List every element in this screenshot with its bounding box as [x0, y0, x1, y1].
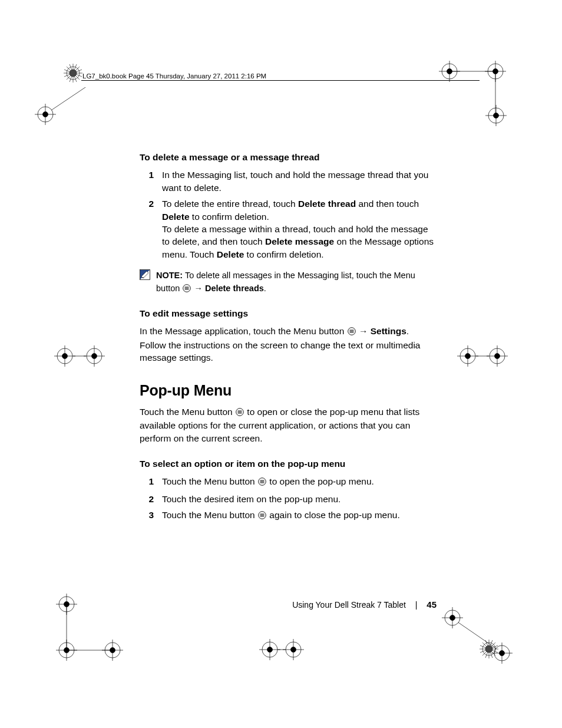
list-item: 2 Touch the desired item on the pop-up m…: [140, 493, 437, 505]
svg-line-3: [67, 67, 80, 80]
svg-point-76: [450, 615, 455, 621]
step-number: 1: [140, 475, 162, 489]
svg-point-49: [57, 348, 72, 364]
heading-select-option: To select an option or item on the pop-u…: [140, 457, 437, 470]
list-item: 1 Touch the Menu button to open the pop-…: [140, 475, 437, 489]
list-item: 1 In the Messaging list, touch and hold …: [140, 169, 437, 194]
svg-point-29: [493, 69, 498, 74]
step-body: Touch the Menu button to open the pop-up…: [162, 475, 437, 489]
menu-button-icon: [183, 283, 191, 296]
svg-point-48: [110, 648, 115, 653]
svg-point-44: [64, 648, 70, 653]
step-body: To delete the entire thread, touch Delet…: [162, 197, 437, 261]
registration-target-icon: [457, 345, 508, 367]
arrow: →: [359, 326, 368, 336]
note-icon: [140, 269, 150, 280]
ordered-list-popup: 1 Touch the Menu button to open the pop-…: [140, 475, 437, 522]
crop-header-rule: [81, 80, 480, 81]
svg-point-22: [442, 64, 457, 79]
page-content: To delete a message or a message thread …: [140, 151, 437, 531]
svg-line-8: [64, 70, 82, 77]
svg-line-5: [70, 64, 77, 82]
text: Touch the Menu button: [162, 510, 257, 520]
arrow: →: [194, 284, 203, 293]
svg-line-14: [482, 643, 495, 655]
svg-line-6: [64, 70, 82, 77]
svg-point-63: [490, 348, 505, 364]
svg-point-73: [445, 610, 460, 625]
svg-line-17: [485, 640, 492, 658]
registration-sunburst-icon: [62, 62, 84, 84]
svg-point-78: [494, 645, 510, 661]
step-body: Touch the Menu button again to close the…: [162, 509, 437, 522]
chapter-title: Using Your Dell Streak 7 Tablet: [292, 600, 406, 610]
svg-point-54: [87, 348, 102, 364]
step-number: 2: [140, 197, 162, 261]
registration-sunburst-icon: [478, 638, 500, 660]
text: Touch the Menu button: [162, 476, 257, 486]
text: Touch the Menu button: [140, 407, 235, 417]
text: and then touch: [356, 199, 419, 209]
step-number: 1: [140, 169, 162, 194]
text: .: [264, 284, 266, 293]
ordered-list-delete: 1 In the Messaging list, touch and hold …: [140, 169, 437, 261]
registration-target-icon: [54, 345, 105, 367]
menu-button-icon: [258, 476, 266, 489]
svg-point-45: [105, 643, 120, 658]
svg-point-26: [488, 64, 503, 79]
svg-point-61: [465, 354, 471, 359]
svg-point-10: [482, 643, 495, 655]
text: to open the pop-up menu.: [267, 476, 374, 486]
footer-separator: |: [415, 600, 418, 610]
page-footer: Using Your Dell Streak 7 Tablet | 45: [0, 599, 437, 611]
svg-point-31: [488, 108, 504, 123]
note-label: NOTE:: [156, 271, 183, 280]
registration-target-icon: [259, 639, 304, 660]
svg-point-85: [267, 647, 273, 653]
svg-point-0: [67, 67, 80, 80]
registration-target-icon: [439, 605, 516, 670]
paragraph: Touch the Menu button to open or close t…: [140, 406, 437, 444]
step-number: 3: [140, 509, 162, 522]
svg-point-34: [494, 113, 499, 118]
step-body: Touch the desired item on the pop-up men…: [162, 493, 437, 505]
heading-delete-thread: To delete a message or a message thread: [140, 151, 437, 163]
note-body: NOTE: To delete all messages in the Mess…: [156, 269, 437, 297]
bold: Delete: [162, 212, 190, 222]
svg-line-15: [485, 640, 492, 658]
text: to confirm deletion.: [244, 249, 323, 259]
menu-button-icon: [348, 326, 356, 338]
list-item: 3 Touch the Menu button again to close t…: [140, 509, 437, 522]
step-number: 2: [140, 493, 162, 505]
bold: Delete thread: [298, 199, 356, 209]
bold: Delete message: [265, 236, 334, 246]
svg-line-18: [480, 645, 498, 653]
svg-point-25: [447, 69, 452, 74]
bold: Delete threads: [205, 284, 264, 293]
svg-point-9: [70, 70, 77, 77]
svg-point-87: [286, 642, 301, 657]
svg-point-41: [59, 643, 74, 658]
svg-point-67: [38, 107, 53, 122]
svg-point-66: [495, 354, 500, 359]
svg-point-52: [62, 354, 68, 359]
bold: Delete: [217, 249, 244, 259]
bold: Settings: [371, 326, 406, 336]
svg-line-16: [480, 645, 498, 653]
paragraph: In the Message application, touch the Me…: [140, 325, 437, 364]
svg-line-13: [482, 643, 495, 655]
svg-point-19: [485, 645, 492, 653]
svg-point-57: [92, 354, 97, 359]
svg-point-70: [43, 112, 48, 117]
text: again to close the pop-up menu.: [267, 510, 400, 520]
svg-point-82: [262, 642, 277, 657]
svg-line-71: [51, 87, 89, 110]
menu-button-icon: [258, 510, 266, 522]
svg-line-7: [70, 64, 77, 82]
text: to confirm deletion.: [190, 212, 269, 222]
page-number: 45: [427, 599, 437, 610]
svg-line-77: [458, 622, 496, 648]
heading-edit-settings: To edit message settings: [140, 307, 437, 319]
page: LG7_bk0.book Page 45 Thursday, January 2…: [0, 0, 562, 728]
text: To delete the entire thread, touch: [162, 199, 298, 209]
